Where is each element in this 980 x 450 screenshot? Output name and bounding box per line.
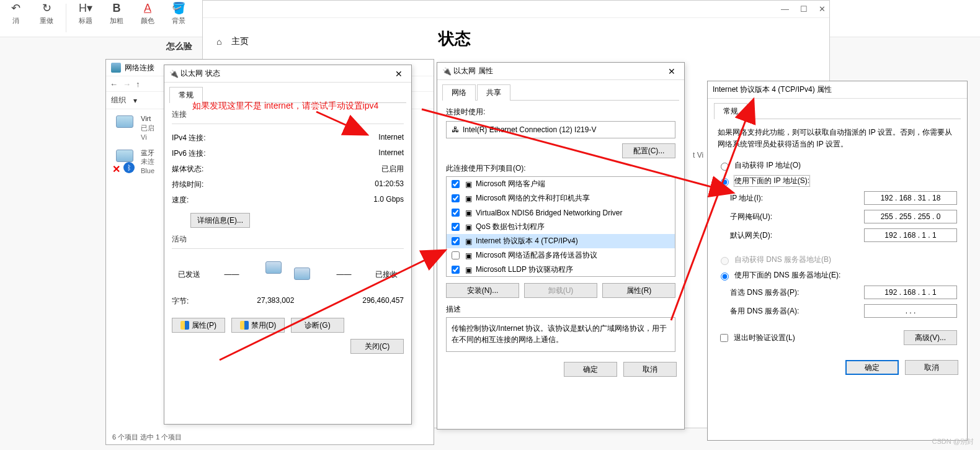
dns1-field[interactable]: 192 . 168 . 1 . 1	[864, 286, 957, 299]
up-icon[interactable]: ↑	[136, 79, 140, 89]
minimize-icon[interactable]: —	[781, 4, 789, 14]
bucket-icon: 🪣	[172, 1, 185, 15]
color-button[interactable]: A颜色	[132, 1, 163, 25]
close-icon[interactable]: ✕	[819, 4, 826, 14]
heading-button[interactable]: H▾标题	[70, 1, 101, 25]
fwd-icon[interactable]: →	[123, 79, 131, 89]
ipv4-properties-dialog: Internet 协议版本 4 (TCP/IPv4) 属性 常规 如果网络支持此…	[707, 81, 968, 441]
redo-icon: ↻	[42, 1, 51, 15]
ipv4-connectivity: Internet	[378, 133, 404, 143]
bold-icon: B	[113, 1, 121, 15]
heading-icon: H▾	[79, 1, 92, 15]
bold-button[interactable]: B加粗	[101, 1, 132, 25]
tab-general[interactable]: 常规	[714, 103, 747, 119]
advanced-button[interactable]: 高级(V)...	[904, 330, 957, 345]
nic-icon: 🖧	[452, 125, 459, 134]
properties-button[interactable]: 属性(P)	[172, 318, 225, 333]
radio-manual-ip[interactable]	[721, 178, 729, 186]
status-bar: 6 个项目 选中 1 个项目	[112, 433, 182, 442]
bytes-sent: 27,383,002	[189, 296, 362, 307]
gateway-field[interactable]: 192 . 168 . 1 . 1	[864, 228, 957, 242]
back-icon[interactable]: ←	[110, 79, 118, 89]
ethernet-icon: 🔌	[442, 67, 452, 76]
maximize-icon[interactable]: ☐	[800, 4, 808, 14]
cancel-button[interactable]: 取消	[623, 362, 677, 377]
redo-button[interactable]: ↻重做	[31, 1, 62, 25]
ok-button[interactable]: 确定	[564, 362, 617, 377]
close-icon[interactable]: ✕	[664, 66, 679, 76]
protocol-item[interactable]: ▣Internet 协议版本 4 (TCP/IPv4)	[447, 234, 675, 248]
activity-section: 活动	[172, 234, 404, 249]
radio-manual-dns[interactable]	[721, 272, 729, 281]
separator	[66, 4, 66, 32]
home-icon[interactable]: ⌂	[216, 37, 221, 47]
protocol-checkbox[interactable]	[452, 194, 460, 202]
home-label[interactable]: 主页	[231, 36, 249, 47]
ip-address-field[interactable]: 192 . 168 . 31 . 18	[864, 191, 957, 205]
ipv4-intro: 如果网络支持此功能，则可以获取自动指派的 IP 设置。否则，你需要从网络系统管理…	[708, 119, 967, 158]
ethernet-icon: 🔌	[169, 70, 179, 78]
adapter-name-box: 🖧Intel(R) Ethernet Connection (12) I219-…	[446, 121, 675, 138]
undo-icon: ↶	[11, 1, 20, 15]
subnet-mask-field[interactable]: 255 . 255 . 255 . 0	[864, 210, 957, 223]
diagnose-button[interactable]: 诊断(G)	[291, 318, 344, 333]
protocol-item[interactable]: ▣QoS 数据包计划程序	[447, 220, 675, 234]
protocol-icon: ▣	[465, 194, 472, 203]
connection-section: 连接	[172, 109, 404, 124]
undo-button[interactable]: ↶消	[0, 1, 31, 25]
protocol-checkbox[interactable]	[452, 266, 460, 274]
protocol-icon: ▣	[465, 251, 472, 260]
protocol-checkbox[interactable]	[452, 223, 460, 231]
watermark: CSDN @别封	[932, 437, 974, 446]
ok-button[interactable]: 确定	[845, 360, 899, 375]
background-button[interactable]: 🪣背景	[163, 1, 194, 25]
protocol-item[interactable]: ▣Microsoft 网络适配器多路传送器协议	[447, 248, 675, 263]
radio-auto-ip[interactable]	[721, 163, 729, 171]
hidden-doc-text: 怎么验	[166, 41, 192, 52]
install-button[interactable]: 安装(N)...	[446, 283, 519, 298]
color-icon: A	[144, 1, 151, 15]
validate-checkbox[interactable]	[720, 334, 728, 342]
protocol-icon: ▣	[465, 237, 472, 246]
protocol-checkbox[interactable]	[452, 209, 460, 217]
tab-network[interactable]: 网络	[442, 84, 476, 101]
configure-button[interactable]: 配置(C)...	[622, 143, 675, 158]
protocol-checkbox[interactable]	[452, 237, 460, 245]
cancel-button[interactable]: 取消	[905, 360, 958, 375]
protocol-list[interactable]: ▣Microsoft 网络客户端▣Microsoft 网络的文件和打印机共享▣V…	[446, 176, 675, 277]
activity-icon	[263, 259, 313, 290]
protocol-item[interactable]: ▣Microsoft 网络客户端	[447, 177, 675, 191]
description-box: 传输控制协议/Internet 协议。该协议是默认的广域网络协议，用于在不同的相…	[446, 317, 675, 352]
ethernet-status-dialog: 🔌 以太网 状态✕ 常规 连接 IPv4 连接:Internet IPv6 连接…	[164, 65, 412, 425]
organize-menu[interactable]: 组织	[111, 95, 126, 106]
bytes-recv: 296,460,457	[362, 296, 404, 307]
protocol-icon: ▣	[465, 223, 472, 232]
protocol-item[interactable]: ▣VirtualBox NDIS6 Bridged Networking Dri…	[447, 205, 675, 220]
protocol-checkbox[interactable]	[452, 180, 460, 188]
netconn-title: 网络连接	[125, 63, 154, 73]
close-button[interactable]: 关闭(C)	[350, 339, 404, 354]
settings-titlebar: 设置 — ☐ ✕	[203, 1, 829, 18]
settings-heading: 状态	[439, 28, 471, 50]
radio-auto-dns	[721, 257, 729, 265]
protocol-item[interactable]: ▣Microsoft 网络的文件和打印机共享	[447, 191, 675, 205]
uninstall-button: 卸载(U)	[524, 283, 597, 298]
item-properties-button[interactable]: 属性(R)	[602, 283, 675, 298]
protocol-icon: ▣	[465, 209, 472, 217]
tab-general[interactable]: 常规	[169, 87, 203, 103]
tab-sharing[interactable]: 共享	[477, 84, 510, 101]
protocol-checkbox[interactable]	[452, 251, 460, 259]
disable-button[interactable]: 禁用(D)	[231, 318, 285, 333]
adapter-icon	[112, 114, 137, 139]
protocol-icon: ▣	[465, 266, 472, 274]
ethernet-properties-dialog: 🔌 以太网 属性✕ 网络共享 连接时使用: 🖧Intel(R) Ethernet…	[437, 62, 685, 430]
protocol-item[interactable]: ▣Microsoft LLDP 协议驱动程序	[447, 263, 675, 277]
ethstatus-title: 以太网 状态	[180, 68, 220, 79]
dns2-field[interactable]: . . .	[864, 304, 957, 318]
obscured-text: t Vi	[693, 151, 703, 160]
close-icon[interactable]: ✕	[391, 69, 406, 79]
bluetooth-adapter-icon: ᛒ✕	[112, 148, 137, 173]
details-button[interactable]: 详细信息(E)...	[190, 213, 250, 228]
ipv6-connectivity: Internet	[378, 148, 404, 159]
shield-icon	[180, 321, 189, 330]
